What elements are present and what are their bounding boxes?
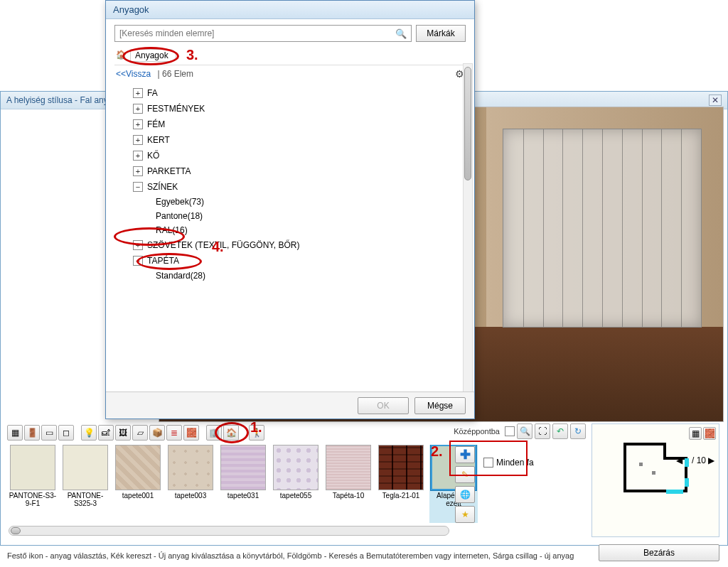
all-walls-checkbox[interactable] [483,458,493,468]
search-box[interactable]: 🔍 [114,25,412,42]
all-walls-row: Minden fa [483,458,534,468]
zoom-fit-icon[interactable]: ⛶ [535,423,550,439]
breadcrumb-anyagok[interactable]: Anyagok [130,49,176,62]
swatch-tapeta10[interactable]: Tapéta-10 [324,445,373,523]
tool-picture-icon[interactable]: 🖼 [115,425,131,441]
swatch-tapete031[interactable]: tapete031 [219,445,267,523]
edit-material-button[interactable]: ✎ [455,466,475,483]
tool-window-icon[interactable]: ▭ [41,425,57,441]
back-link[interactable]: <<Vissza [116,69,151,79]
undo-icon[interactable]: ↶ [552,423,568,439]
add-material-button[interactable]: ✚ [455,446,475,463]
tool-wall-icon[interactable]: ▦ [7,425,23,441]
all-walls-label: Minden fa [496,458,534,468]
brands-button[interactable]: Márkák [416,25,466,42]
close-button[interactable]: Bezárás [599,544,719,561]
cancel-button[interactable]: Mégse [414,397,466,414]
tree-fa[interactable]: +FA [132,85,466,101]
tree-ral[interactable]: RAL(16) [154,223,466,237]
tool-lamp-icon[interactable]: 🛋 [98,425,114,441]
tree-szinek[interactable]: −SZÍNEK [132,179,466,195]
browse-web-button[interactable]: 🌐 [455,486,475,503]
status-bar: Festő ikon - anyag választás, Kék keresz… [7,551,586,560]
swatch-tapete003[interactable]: tapete003 [166,445,215,523]
fp-tool2-icon[interactable]: 🧱 [703,427,716,440]
tool-material-icon[interactable]: 🧱 [183,425,199,441]
swatch-tapete055[interactable]: tapete055 [272,445,320,523]
tree-scrollbar[interactable] [463,63,473,396]
home-icon[interactable]: 🏠 [116,50,127,61]
tool-house-icon[interactable]: 🏠 [223,425,239,441]
tool-ceiling-lamp-icon[interactable]: 💡 [81,425,97,441]
swatch-scrollbar[interactable] [9,526,449,536]
swatch-pantone-s325[interactable]: PANTONE-S325-3 [61,445,109,523]
item-count: | 66 Elem [158,69,193,79]
close-icon[interactable]: ✕ [709,94,722,106]
tree-szovetek[interactable]: +SZÖVETEK (TEXTIL, FÜGGÖNY, BŐR) [132,237,466,253]
fp-tool1-icon[interactable]: ▦ [689,427,702,440]
tool-object-icon[interactable]: 🚶 [249,425,264,441]
swatch-tapete001[interactable]: tapete001 [114,445,162,523]
ok-button[interactable]: OK [358,397,409,414]
dialog-title: Anyagok [106,1,474,19]
material-swatches: PANTONE-S3-9-F1 PANTONE-S325-3 tapete001… [9,445,586,523]
view-tools: Középpontba 🔍 ⛶ ↶ ↻ [454,423,586,439]
tool-curtain-icon[interactable]: ≣ [166,425,182,441]
tree-parketta[interactable]: +PARKETTA [132,163,466,179]
redo-icon[interactable]: ↻ [570,423,586,439]
tree-kert[interactable]: +KERT [132,132,466,148]
search-input[interactable] [119,28,395,38]
tree-ko[interactable]: +KŐ [132,148,466,163]
center-checkbox[interactable] [505,426,515,436]
tree-festmenyek[interactable]: +FESTMÉNYEK [132,101,466,117]
search-icon[interactable]: 🔍 [395,28,407,39]
favorite-button[interactable]: ★ [455,506,475,523]
arrow-right-icon[interactable]: ▶ [708,455,714,465]
room-style-title: A helyiség stílusa - Fal anya [6,95,112,105]
breadcrumb-row: 🏠 Anyagok [114,46,466,65]
zoom-in-icon[interactable]: 🔍 [517,423,532,439]
tree-fem[interactable]: +FÉM [132,117,466,132]
tool-box-icon[interactable]: 📦 [149,425,165,441]
tool-carpet-icon[interactable]: ▱ [132,425,148,441]
tool-door-icon[interactable]: 🚪 [24,425,40,441]
material-actions: ✚ ✎ 🌐 ★ [455,446,483,523]
swatch-tegla21[interactable]: Tegla-21-01 [377,445,425,523]
tree-standard[interactable]: Standard(28) [154,269,466,283]
tree-tapeta[interactable]: −TAPÉTA [132,253,466,269]
floorplan-panel[interactable]: ▦ 🧱 ◀ 1 / 10 ▶ [592,423,719,537]
tree-egyebek[interactable]: Egyebek(73) [154,195,466,209]
swatch-pantone-s3[interactable]: PANTONE-S3-9-F1 [9,445,57,523]
category-tree: +FA +FESTMÉNYEK +FÉM +KERT +KŐ +PARKETTA… [132,85,466,369]
dialog-footer: OK Mégse [106,392,474,418]
materials-dialog: Anyagok 🔍 Márkák 🏠 Anyagok <<Vissza | 66… [105,0,475,419]
floorplan-shape [623,443,687,500]
tool-switch-icon[interactable]: ◻ [58,425,74,441]
center-label: Középpontba [454,427,500,436]
tree-pantone[interactable]: Pantone(18) [154,209,466,223]
tool-building-icon[interactable]: 🏢 [206,425,222,441]
